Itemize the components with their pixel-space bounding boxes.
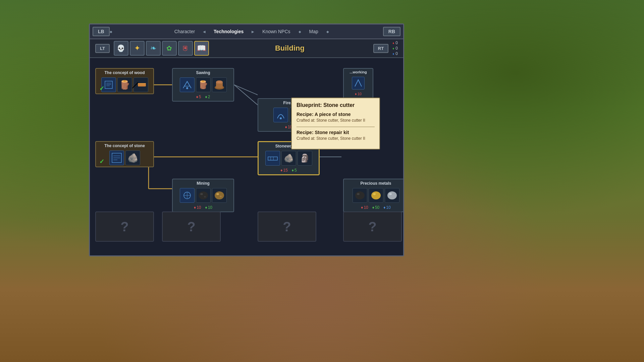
- stoneworking-green-icon: ♦: [292, 168, 294, 173]
- svg-rect-14: [138, 83, 146, 84]
- fire-blueprint-icon: [273, 108, 288, 122]
- tooltip-title: Blueprint: Stone cutter: [297, 102, 375, 108]
- svg-point-37: [199, 191, 208, 199]
- stoneworking-cost-red: ♦ 15: [280, 168, 287, 173]
- precious-metals-title: Precious metals: [344, 179, 403, 187]
- precious-metals-cost-blue: ♦ 10: [383, 205, 390, 210]
- mining-costs: ♦ 10 ♦ 10: [173, 204, 233, 212]
- resource-red-value: 0: [395, 41, 398, 45]
- sawing-cost-red: ♦ 5: [196, 95, 201, 99]
- mining-cost-red: ♦ 10: [194, 205, 201, 210]
- tab-icon-shield[interactable]: ⛨: [178, 41, 193, 56]
- leaf-icon: ✿: [166, 44, 172, 52]
- nav-diamond-3: ▶: [252, 30, 254, 34]
- nav-diamond-2: ◀: [203, 30, 206, 34]
- sawing-icons: 🪵: [173, 76, 233, 94]
- category-title: Building: [210, 44, 369, 53]
- unknown-4-icon: ?: [368, 219, 376, 234]
- fire-red-icon: ♦: [285, 125, 287, 129]
- skull-icon: 💀: [117, 44, 125, 52]
- main-panel: LB ◆ Character ◀ Technologies ▶ Known NP…: [89, 23, 404, 256]
- unknown-node-2[interactable]: ?: [162, 212, 221, 242]
- precious-metals-node[interactable]: Precious metals: [343, 179, 403, 212]
- nav-bar: LB ◆ Character ◀ Technologies ▶ Known NP…: [90, 24, 403, 39]
- concept-wood-title: The concept of wood: [96, 69, 153, 76]
- precious-metals-cost-red: ♦ 10: [361, 205, 368, 210]
- nav-diamond-5: ◆: [326, 30, 329, 34]
- lb-button[interactable]: LB: [93, 27, 110, 36]
- tab-icon-leaf[interactable]: ✿: [162, 41, 177, 56]
- tooltip-recipe2-title: Recipe: Stone repair kit: [297, 130, 375, 135]
- unknown-node-1[interactable]: ?: [95, 212, 154, 242]
- mining-node[interactable]: Mining: [172, 179, 234, 212]
- svg-point-43: [355, 191, 365, 199]
- blue-dot-icon: ♦: [392, 52, 394, 56]
- svg-point-48: [389, 193, 392, 195]
- precious-blue-icon: ♦: [383, 205, 385, 210]
- tab-icon-feather[interactable]: ❧: [146, 41, 161, 56]
- rb-button[interactable]: RB: [383, 27, 400, 36]
- green-dot-icon: ♦: [392, 47, 394, 50]
- mining-cost-green: ♦ 10: [205, 205, 212, 210]
- unknown-node-3[interactable]: ?: [258, 212, 316, 242]
- sawing-costs: ♦ 5 ♦ 2: [173, 94, 233, 101]
- tooltip-recipe1-title: Recipe: A piece of stone: [297, 112, 375, 117]
- woodworking-blueprint-icon: [352, 77, 365, 89]
- sawing-node[interactable]: Sawing 🪵: [172, 68, 234, 102]
- nav-diamond-1: ◆: [110, 30, 112, 34]
- resource-green-value: 0: [395, 46, 398, 51]
- sawing-blueprint-icon: [180, 77, 195, 92]
- precious-metals-gold-icon: [369, 188, 383, 203]
- rt-button[interactable]: RT: [373, 44, 388, 53]
- tooltip-recipe1-sub: Crafted at: Stone cutter, Stone cutter I…: [297, 118, 375, 123]
- concept-wood-checkmark: ✓: [99, 85, 104, 92]
- concept-wood-node[interactable]: The concept of wood 🪵 |: [95, 68, 154, 94]
- svg-rect-29: [267, 152, 279, 164]
- concept-stone-title: The concept of stone: [96, 142, 153, 149]
- unknown-2-icon: ?: [187, 219, 195, 234]
- sawing-red-icon: ♦: [196, 95, 198, 99]
- precious-metals-costs: ♦ 10 ♦ 50 ♦ 10: [344, 204, 403, 212]
- woodworking-partial-node[interactable]: ...working ♦10: [343, 68, 373, 100]
- stoneworking-cost-green: ♦ 5: [292, 168, 297, 173]
- lt-button[interactable]: LT: [95, 44, 110, 53]
- precious-red-icon: ♦: [361, 205, 363, 210]
- nav-map-label: Map: [309, 29, 318, 34]
- svg-line-2: [234, 85, 258, 95]
- mining-red-icon: ♦: [194, 205, 196, 210]
- svg-point-41: [216, 193, 219, 195]
- svg-rect-13: [138, 84, 146, 86]
- unknown-node-4[interactable]: ?: [343, 212, 402, 242]
- resource-blue-row: ♦ 0: [392, 51, 398, 56]
- red-dot-icon: ♦: [392, 41, 394, 45]
- precious-metals-cost-green: ♦ 50: [372, 205, 379, 210]
- mining-ore-icon: [212, 188, 227, 203]
- nav-map[interactable]: Map: [301, 29, 326, 34]
- mining-blueprint-icon: [180, 188, 195, 203]
- sawing-title: Sawing: [173, 69, 233, 76]
- tab-icon-book[interactable]: 📖: [194, 41, 209, 56]
- sawing-green-icon: ♦: [205, 95, 207, 99]
- nav-diamond-4: ◆: [299, 30, 301, 34]
- feather-icon: ❧: [150, 44, 156, 53]
- nav-known-npcs[interactable]: Known NPCs: [254, 29, 298, 34]
- tech-content: The concept of wood 🪵 |: [90, 58, 403, 255]
- concept-stone-icons: 🪨: [96, 149, 153, 167]
- concept-wood-icons: 🪵 |: [96, 76, 153, 94]
- resource-red-row: ♦ 0: [392, 41, 398, 45]
- tooltip-box: Blueprint: Stone cutter Recipe: A piece …: [291, 98, 380, 149]
- mining-coal-icon: [196, 188, 211, 203]
- sawing-cost-green: ♦ 2: [205, 95, 210, 99]
- sawing-wood-icon: 🪵: [196, 77, 211, 92]
- tooltip-recipe2-sub: Crafted at: Stone cutter, Stone cutter I…: [297, 136, 375, 141]
- precious-metals-silver-icon: [385, 188, 399, 203]
- nav-technologies[interactable]: Technologies: [206, 29, 252, 34]
- concept-wood-log-icon: 🪵: [117, 77, 132, 92]
- stoneworking-costs: ♦ 15 ♦ 5: [259, 167, 319, 174]
- tooltip-divider: [297, 127, 375, 127]
- tab-icon-sun[interactable]: ✦: [130, 41, 145, 56]
- nav-character[interactable]: Character: [166, 29, 203, 34]
- tab-icon-skull[interactable]: 💀: [114, 41, 128, 56]
- concept-stone-node[interactable]: The concept of stone 🪨 ✓: [95, 141, 154, 167]
- svg-point-23: [280, 117, 282, 119]
